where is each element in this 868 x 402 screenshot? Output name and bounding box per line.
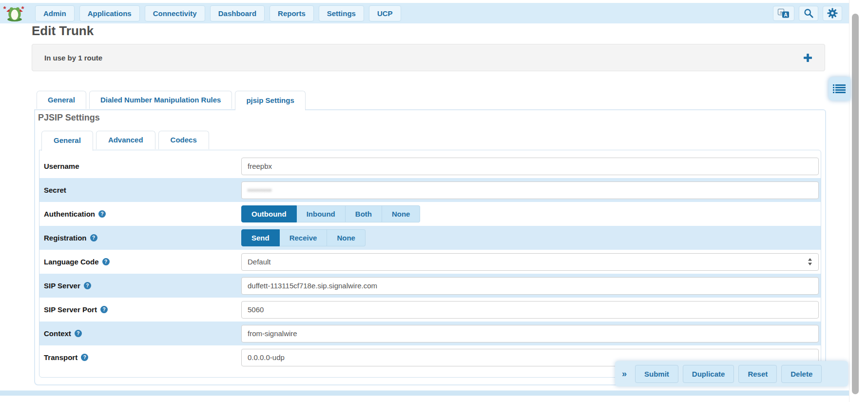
sip-server-label-text: SIP Server [44,281,80,290]
svg-text:A: A [784,12,788,17]
pjsip-subtabs: GeneralAdvancedCodecs [41,131,212,151]
transport-label-text: Transport [44,353,77,362]
context-label-text: Context [44,329,71,338]
context-value: from-signalwire [248,329,297,338]
top-navbar: * * AdminApplicationsConnectivityDashboa… [0,3,849,23]
collapse-chevrons-icon[interactable]: » [622,369,627,379]
language-button[interactable]: a A [773,6,794,21]
transport-value: 0.0.0.0-udp [248,353,285,362]
settings-gear-button[interactable] [823,6,842,21]
tab-dialed-number-manipulation-rules[interactable]: Dialed Number Manipulation Rules [89,91,232,109]
nav-item-dashboard[interactable]: Dashboard [210,5,265,21]
transport-help-icon[interactable]: ? [81,354,88,361]
context-input[interactable]: from-signalwire [241,325,819,342]
registration-help-icon[interactable]: ? [90,234,97,241]
username-control: freepbx [241,158,819,175]
sip-server-port-input[interactable]: 5060 [241,301,819,319]
language-code-label-text: Language Code [44,258,99,266]
language-code-select[interactable]: Default [241,253,819,271]
delete-button[interactable]: Delete [781,365,822,383]
sip-server-value: duffett-113115cf718e.sip.signalwire.com [248,281,377,290]
secret-input[interactable]: •••••••• [241,181,819,199]
sip-server-control: duffett-113115cf718e.sip.signalwire.com [241,277,819,295]
subtab-general[interactable]: General [41,131,93,151]
nav-item-ucp[interactable]: UCP [369,5,401,21]
pjsip-heading: PJSIP Settings [38,113,100,123]
form-row-authentication: Authentication?OutboundInboundBothNone [39,202,821,226]
row-label-context: Context? [44,329,241,338]
username-value: freepbx [248,162,272,170]
row-label-secret: Secret [44,186,241,194]
row-label-username: Username [44,162,241,170]
submit-button[interactable]: Submit [635,365,678,383]
registration-button-group: SendReceiveNone [241,229,819,246]
username-input[interactable]: freepbx [241,158,819,175]
row-label-transport: Transport? [44,353,241,362]
footer-bar [0,390,849,396]
sip-server-port-label-text: SIP Server Port [44,305,97,314]
pjsip-general-form: UsernamefreepbxSecret••••••••Authenticat… [39,150,821,378]
form-row-context: Context?from-signalwire [39,322,821,345]
tab-pjsip-settings[interactable]: pjsip Settings [235,91,305,110]
authentication-option-none[interactable]: None [382,205,421,222]
freepbx-frog-logo[interactable]: * * [3,4,26,22]
nav-item-admin[interactable]: Admin [35,5,75,21]
secret-control: •••••••• [241,181,819,199]
row-label-authentication: Authentication? [44,210,241,218]
registration-option-receive[interactable]: Receive [280,229,328,246]
action-bar: » SubmitDuplicateResetDelete [615,361,848,386]
tab-general[interactable]: General [37,91,86,109]
registration-option-none[interactable]: None [327,229,366,246]
search-icon [804,8,813,18]
row-label-sip-server: SIP Server? [44,281,241,290]
usage-text: In use by 1 route [44,54,102,62]
registration-option-send[interactable]: Send [241,229,280,246]
usage-panel[interactable]: In use by 1 route [32,44,825,71]
list-flyout-button[interactable] [829,77,850,100]
authentication-option-inbound[interactable]: Inbound [297,205,346,222]
nav-item-connectivity[interactable]: Connectivity [145,5,205,21]
form-row-language-code: Language Code?Default [39,250,821,274]
row-label-language-code: Language Code? [44,258,241,266]
scrollbar-thumb[interactable] [852,14,859,394]
nav-item-applications[interactable]: Applications [79,5,140,21]
language-code-value: Default [248,258,271,266]
authentication-option-both[interactable]: Both [346,205,382,222]
sip-server-input[interactable]: duffett-113115cf718e.sip.signalwire.com [241,277,819,295]
registration-label-text: Registration [44,234,87,242]
registration-control: SendReceiveNone [241,229,819,246]
list-icon [833,84,846,94]
reset-button[interactable]: Reset [738,365,777,383]
sip-server-port-help-icon[interactable]: ? [100,306,108,313]
subtab-codecs[interactable]: Codecs [158,131,209,149]
context-help-icon[interactable]: ? [75,330,82,337]
plus-icon[interactable] [804,54,812,62]
freepbx-page: * * AdminApplicationsConnectivityDashboa… [0,0,868,402]
page-title: Edit Trunk [32,23,94,39]
form-row-registration: Registration?SendReceiveNone [39,226,821,250]
authentication-button-group: OutboundInboundBothNone [241,205,819,222]
row-label-sip-server-port: SIP Server Port? [44,305,241,314]
context-control: from-signalwire [241,325,819,342]
svg-text:*: * [3,5,6,13]
authentication-label-text: Authentication [44,210,95,218]
form-row-username: Usernamefreepbx [39,154,821,178]
sip-server-port-value: 5060 [248,305,264,314]
gear-icon [827,8,838,19]
username-label-text: Username [44,162,79,170]
search-button[interactable] [799,6,818,21]
authentication-control: OutboundInboundBothNone [241,205,819,222]
sip-server-help-icon[interactable]: ? [84,282,91,289]
trunk-tabs: GeneralDialed Number Manipulation Rulesp… [37,91,309,110]
nav-item-reports[interactable]: Reports [270,5,314,21]
authentication-option-outbound[interactable]: Outbound [241,205,297,222]
language-code-help-icon[interactable]: ? [102,258,110,265]
form-row-sip-server: SIP Server?duffett-113115cf718e.sip.sign… [39,274,821,298]
nav-item-settings[interactable]: Settings [319,5,364,21]
row-label-registration: Registration? [44,234,241,242]
nav-right-icons: a A [773,6,842,21]
authentication-help-icon[interactable]: ? [98,210,106,218]
select-spinner-icon [808,258,812,266]
duplicate-button[interactable]: Duplicate [683,365,734,383]
subtab-advanced[interactable]: Advanced [96,131,155,149]
